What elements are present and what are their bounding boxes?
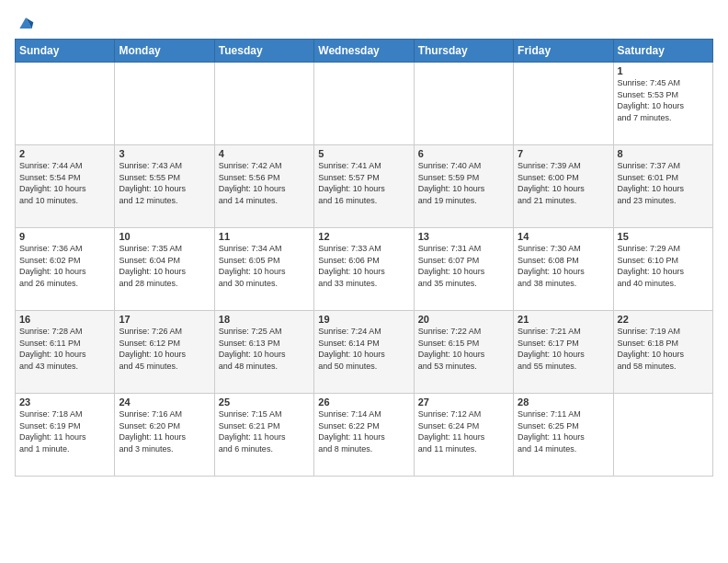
calendar-cell: 18Sunrise: 7:25 AM Sunset: 6:13 PM Dayli…: [214, 311, 313, 394]
day-info: Sunrise: 7:37 AM Sunset: 6:01 PM Dayligh…: [618, 160, 709, 206]
weekday-header-tuesday: Tuesday: [214, 40, 313, 63]
day-number: 20: [418, 314, 509, 325]
day-info: Sunrise: 7:41 AM Sunset: 5:57 PM Dayligh…: [318, 160, 409, 206]
day-info: Sunrise: 7:15 AM Sunset: 6:21 PM Dayligh…: [219, 408, 310, 454]
calendar-cell: 22Sunrise: 7:19 AM Sunset: 6:18 PM Dayli…: [613, 311, 712, 394]
calendar-cell: [514, 63, 613, 145]
day-info: Sunrise: 7:28 AM Sunset: 6:11 PM Dayligh…: [19, 326, 110, 372]
logo: [15, 15, 35, 29]
calendar-cell: 3Sunrise: 7:43 AM Sunset: 5:55 PM Daylig…: [115, 145, 214, 228]
day-info: Sunrise: 7:21 AM Sunset: 6:17 PM Dayligh…: [518, 326, 609, 372]
calendar-cell: 2Sunrise: 7:44 AM Sunset: 5:54 PM Daylig…: [16, 145, 115, 228]
weekday-header-friday: Friday: [514, 40, 613, 63]
calendar-cell: 5Sunrise: 7:41 AM Sunset: 5:57 PM Daylig…: [314, 145, 414, 228]
day-number: 2: [19, 148, 110, 159]
calendar-cell: 27Sunrise: 7:12 AM Sunset: 6:24 PM Dayli…: [414, 394, 513, 477]
day-number: 17: [119, 314, 210, 325]
calendar-cell: [115, 63, 214, 145]
day-number: 13: [418, 231, 509, 242]
day-info: Sunrise: 7:30 AM Sunset: 6:08 PM Dayligh…: [518, 243, 609, 289]
weekday-header-wednesday: Wednesday: [314, 40, 414, 63]
day-info: Sunrise: 7:14 AM Sunset: 6:22 PM Dayligh…: [318, 408, 409, 454]
day-number: 22: [618, 314, 709, 325]
day-info: Sunrise: 7:36 AM Sunset: 6:02 PM Dayligh…: [19, 243, 110, 289]
calendar-cell: 25Sunrise: 7:15 AM Sunset: 6:21 PM Dayli…: [214, 394, 313, 477]
page-header: [15, 15, 713, 29]
calendar-cell: 1Sunrise: 7:45 AM Sunset: 5:53 PM Daylig…: [613, 63, 712, 145]
calendar-cell: 23Sunrise: 7:18 AM Sunset: 6:19 PM Dayli…: [16, 394, 115, 477]
calendar: SundayMondayTuesdayWednesdayThursdayFrid…: [15, 39, 713, 477]
day-number: 11: [219, 231, 310, 242]
day-number: 10: [119, 231, 210, 242]
calendar-cell: 8Sunrise: 7:37 AM Sunset: 6:01 PM Daylig…: [613, 145, 712, 228]
day-info: Sunrise: 7:39 AM Sunset: 6:00 PM Dayligh…: [518, 160, 609, 206]
day-number: 1: [618, 65, 709, 76]
calendar-cell: 26Sunrise: 7:14 AM Sunset: 6:22 PM Dayli…: [314, 394, 414, 477]
calendar-cell: 9Sunrise: 7:36 AM Sunset: 6:02 PM Daylig…: [16, 228, 115, 311]
calendar-cell: [214, 63, 313, 145]
day-info: Sunrise: 7:40 AM Sunset: 5:59 PM Dayligh…: [418, 160, 509, 206]
calendar-cell: 24Sunrise: 7:16 AM Sunset: 6:20 PM Dayli…: [115, 394, 214, 477]
day-info: Sunrise: 7:19 AM Sunset: 6:18 PM Dayligh…: [618, 326, 709, 372]
calendar-cell: 15Sunrise: 7:29 AM Sunset: 6:10 PM Dayli…: [613, 228, 712, 311]
day-number: 5: [318, 148, 409, 159]
day-info: Sunrise: 7:42 AM Sunset: 5:56 PM Dayligh…: [219, 160, 310, 206]
day-number: 14: [518, 231, 609, 242]
logo-icon: [17, 15, 35, 33]
calendar-cell: 7Sunrise: 7:39 AM Sunset: 6:00 PM Daylig…: [514, 145, 613, 228]
day-info: Sunrise: 7:12 AM Sunset: 6:24 PM Dayligh…: [418, 408, 509, 454]
calendar-cell: 4Sunrise: 7:42 AM Sunset: 5:56 PM Daylig…: [214, 145, 313, 228]
calendar-cell: 6Sunrise: 7:40 AM Sunset: 5:59 PM Daylig…: [414, 145, 513, 228]
day-number: 7: [518, 148, 609, 159]
calendar-cell: 28Sunrise: 7:11 AM Sunset: 6:25 PM Dayli…: [514, 394, 613, 477]
day-number: 6: [418, 148, 509, 159]
calendar-cell: [16, 63, 115, 145]
day-number: 26: [318, 396, 409, 408]
weekday-header-saturday: Saturday: [613, 40, 712, 63]
weekday-header-sunday: Sunday: [16, 40, 115, 63]
calendar-cell: 13Sunrise: 7:31 AM Sunset: 6:07 PM Dayli…: [414, 228, 513, 311]
calendar-cell: 11Sunrise: 7:34 AM Sunset: 6:05 PM Dayli…: [214, 228, 313, 311]
day-info: Sunrise: 7:25 AM Sunset: 6:13 PM Dayligh…: [219, 326, 310, 372]
day-info: Sunrise: 7:24 AM Sunset: 6:14 PM Dayligh…: [318, 326, 409, 372]
calendar-cell: [613, 394, 712, 477]
day-info: Sunrise: 7:16 AM Sunset: 6:20 PM Dayligh…: [119, 408, 210, 454]
day-info: Sunrise: 7:34 AM Sunset: 6:05 PM Dayligh…: [219, 243, 310, 289]
day-number: 19: [318, 314, 409, 325]
calendar-cell: 14Sunrise: 7:30 AM Sunset: 6:08 PM Dayli…: [514, 228, 613, 311]
day-number: 21: [518, 314, 609, 325]
day-number: 15: [618, 231, 709, 242]
day-number: 27: [418, 396, 509, 408]
calendar-cell: 21Sunrise: 7:21 AM Sunset: 6:17 PM Dayli…: [514, 311, 613, 394]
calendar-cell: [314, 63, 414, 145]
weekday-header-monday: Monday: [115, 40, 214, 63]
day-number: 16: [19, 314, 110, 325]
day-number: 18: [219, 314, 310, 325]
calendar-cell: 12Sunrise: 7:33 AM Sunset: 6:06 PM Dayli…: [314, 228, 414, 311]
day-info: Sunrise: 7:44 AM Sunset: 5:54 PM Dayligh…: [19, 160, 110, 206]
calendar-cell: 17Sunrise: 7:26 AM Sunset: 6:12 PM Dayli…: [115, 311, 214, 394]
day-info: Sunrise: 7:29 AM Sunset: 6:10 PM Dayligh…: [618, 243, 709, 289]
day-info: Sunrise: 7:45 AM Sunset: 5:53 PM Dayligh…: [618, 77, 709, 123]
day-info: Sunrise: 7:22 AM Sunset: 6:15 PM Dayligh…: [418, 326, 509, 372]
calendar-cell: 20Sunrise: 7:22 AM Sunset: 6:15 PM Dayli…: [414, 311, 513, 394]
calendar-cell: 10Sunrise: 7:35 AM Sunset: 6:04 PM Dayli…: [115, 228, 214, 311]
day-number: 23: [19, 396, 110, 408]
day-number: 8: [618, 148, 709, 159]
calendar-cell: 16Sunrise: 7:28 AM Sunset: 6:11 PM Dayli…: [16, 311, 115, 394]
day-number: 12: [318, 231, 409, 242]
day-number: 25: [219, 396, 310, 408]
weekday-header-thursday: Thursday: [414, 40, 513, 63]
day-info: Sunrise: 7:35 AM Sunset: 6:04 PM Dayligh…: [119, 243, 210, 289]
day-info: Sunrise: 7:11 AM Sunset: 6:25 PM Dayligh…: [518, 408, 609, 454]
day-info: Sunrise: 7:26 AM Sunset: 6:12 PM Dayligh…: [119, 326, 210, 372]
day-info: Sunrise: 7:18 AM Sunset: 6:19 PM Dayligh…: [19, 408, 110, 454]
day-number: 9: [19, 231, 110, 242]
day-info: Sunrise: 7:33 AM Sunset: 6:06 PM Dayligh…: [318, 243, 409, 289]
day-info: Sunrise: 7:31 AM Sunset: 6:07 PM Dayligh…: [418, 243, 509, 289]
day-number: 28: [518, 396, 609, 408]
calendar-cell: [414, 63, 513, 145]
day-info: Sunrise: 7:43 AM Sunset: 5:55 PM Dayligh…: [119, 160, 210, 206]
day-number: 24: [119, 396, 210, 408]
day-number: 3: [119, 148, 210, 159]
